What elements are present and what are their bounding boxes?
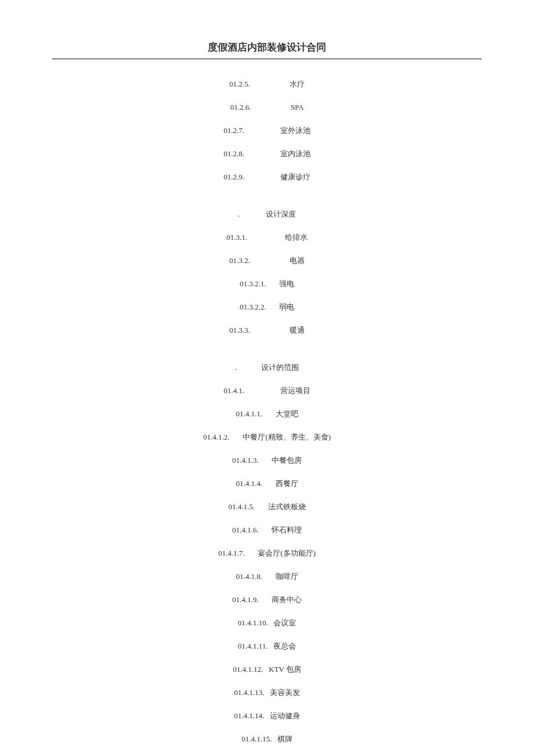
section-gap — [240, 210, 266, 218]
item-number: 01.4.1.9. — [232, 592, 259, 607]
item-number: 01.2.8. — [223, 146, 244, 161]
document-content: 01.2.5. 水疗 01.2.6. SPA 01.2.7. 室外泳池 01.2… — [52, 77, 482, 747]
item-number: 01.4.1.4. — [236, 476, 262, 491]
list-item: 01.4.1.4. 西餐厅 — [52, 476, 482, 491]
item-gap — [258, 525, 272, 534]
item-label: 给排水 — [285, 230, 308, 245]
item-number: 01.3.2.2. — [240, 300, 266, 315]
item-label: 室内泳池 — [280, 146, 311, 161]
item-label: 运动健身 — [270, 708, 300, 723]
item-number: 01.4.1.5. — [228, 499, 255, 514]
item-gap — [244, 149, 280, 158]
item-gap — [264, 711, 270, 720]
item-number: 01.4.1.15. — [241, 732, 272, 747]
list-item: 01.3.2. 电器 — [52, 253, 482, 268]
header-underline — [52, 59, 482, 59]
item-label: 美容美发 — [270, 685, 300, 700]
item-number: 01.4.1.1. — [236, 406, 262, 422]
item-gap — [263, 665, 269, 674]
item-gap — [251, 103, 290, 111]
item-label: KTV 包房 — [269, 662, 301, 677]
item-gap — [266, 303, 279, 311]
list-item: 01.3.2.1. 强电 — [52, 276, 482, 291]
item-label: 营运项目 — [280, 383, 311, 398]
item-number: 01.4.1.12. — [233, 662, 263, 677]
item-label: 商务中心 — [272, 592, 302, 607]
item-gap — [262, 409, 276, 418]
item-number: 01.2.6. — [230, 100, 251, 115]
item-label: 宴会厅(多功能厅) — [258, 546, 316, 561]
list-item: 01.4.1.1. 大堂吧 — [52, 406, 482, 422]
list-item: 01.2.6. SPA — [52, 100, 482, 115]
item-label: 暖通 — [290, 323, 305, 338]
item-gap — [250, 326, 290, 334]
item-gap — [244, 126, 280, 135]
item-label: 法式铁板烧 — [268, 499, 306, 514]
list-item: 01.4.1.14. 运动健身 — [52, 708, 482, 723]
item-gap — [230, 433, 243, 441]
section-label: 设计深度 — [266, 207, 296, 222]
item-gap — [245, 549, 258, 557]
item-number: 01.2.5. — [229, 77, 250, 92]
section-heading: . 设计的范围 — [52, 360, 482, 375]
section-label: 设计的范围 — [261, 360, 299, 375]
item-gap — [262, 572, 276, 581]
list-item: 01.4.1.13. 美容美发 — [52, 685, 482, 700]
item-label: 夜总会 — [273, 639, 296, 654]
item-label: 会议室 — [273, 615, 296, 631]
item-number: 01.2.9. — [223, 170, 244, 185]
list-item: 01.4.1.3. 中餐包房 — [52, 453, 482, 468]
item-number: 01.3.2.1. — [240, 276, 266, 291]
item-number: 01.4.1.7. — [218, 546, 245, 561]
item-gap — [266, 279, 279, 288]
item-label: 中餐厅(精致、养生、美食) — [243, 430, 331, 445]
list-item: 01.4.1.2. 中餐厅(精致、养生、美食) — [52, 430, 482, 445]
item-gap — [244, 386, 280, 395]
item-label: 咖啡厅 — [276, 569, 298, 584]
item-label: 水疗 — [290, 77, 305, 92]
page-title: 度假酒店内部装修设计合同 — [52, 41, 482, 59]
list-item: 01.2.7. 室外泳池 — [52, 123, 482, 138]
item-number: 01.4.1.3. — [232, 453, 259, 468]
item-gap — [258, 595, 272, 604]
list-item: 01.4.1.10. 会议室 — [52, 615, 482, 631]
item-label: SPA — [291, 100, 304, 115]
list-item: 01.4.1.6. 怀石料理 — [52, 523, 482, 538]
list-item: 01.4.1.5. 法式铁板烧 — [52, 499, 482, 514]
list-item: 01.2.9. 健康诊疗 — [52, 170, 482, 185]
item-gap — [250, 256, 290, 265]
item-gap — [262, 479, 276, 488]
list-item: 01.3.1. 给排水 — [52, 230, 482, 245]
item-number: 01.4.1. — [223, 383, 244, 398]
item-gap — [244, 172, 280, 181]
list-item: 01.3.3. 暖通 — [52, 323, 482, 338]
item-number: 01.3.2. — [229, 253, 250, 268]
item-number: 01.4.1.8. — [236, 569, 262, 584]
item-gap — [247, 233, 285, 242]
item-number: 01.3.1. — [226, 230, 247, 245]
item-label: 电器 — [290, 253, 305, 268]
item-label: 怀石料理 — [272, 523, 302, 538]
page-container: 度假酒店内部装修设计合同 01.2.5. 水疗 01.2.6. SPA 01.2… — [0, 0, 534, 747]
item-label: 大堂吧 — [276, 406, 298, 422]
item-label: 室外泳池 — [280, 123, 311, 138]
list-item: 01.4.1.15. 棋牌 — [52, 732, 482, 747]
section-gap — [237, 363, 261, 372]
list-item: 01.4.1.9. 商务中心 — [52, 592, 482, 607]
list-item: 01.2.5. 水疗 — [52, 77, 482, 92]
item-number: 01.4.1.10. — [238, 615, 268, 631]
list-item: 01.4.1.7. 宴会厅(多功能厅) — [52, 546, 482, 561]
list-item: 01.2.8. 室内泳池 — [52, 146, 482, 161]
item-number: 01.4.1.14. — [234, 708, 264, 723]
item-gap — [272, 735, 277, 743]
list-item: 01.4.1.11. 夜总会 — [52, 639, 482, 654]
item-label: 中餐包房 — [272, 453, 302, 468]
item-number: 01.4.1.13. — [234, 685, 264, 700]
list-item: 01.4.1.12. KTV 包房 — [52, 662, 482, 677]
item-gap — [258, 456, 272, 465]
list-item: 01.4.1.8. 咖啡厅 — [52, 569, 482, 584]
list-item: 01.4.1. 营运项目 — [52, 383, 482, 398]
item-label: 健康诊疗 — [280, 170, 311, 185]
item-gap — [264, 688, 270, 697]
item-number: 01.4.1.6. — [232, 523, 259, 538]
